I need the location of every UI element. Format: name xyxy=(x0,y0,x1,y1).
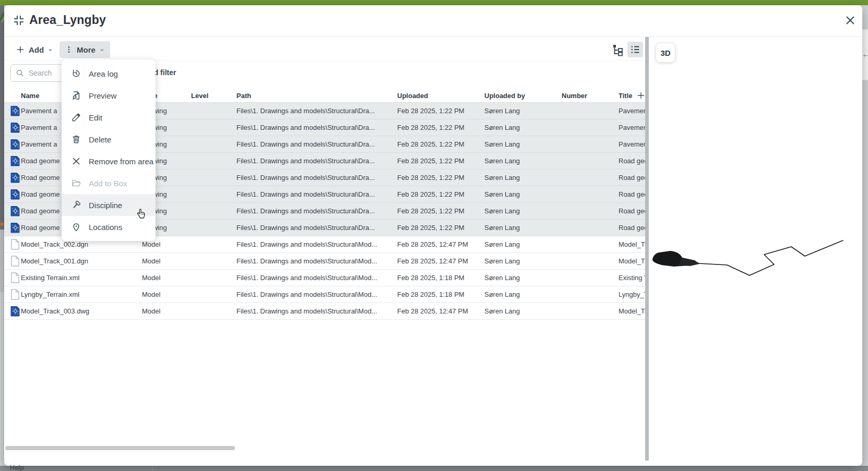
cell-uploaded: Feb 28 2025, 1:22 PM xyxy=(397,186,481,202)
footer-divider xyxy=(152,466,153,471)
menu-item-add-to-box: Add to Box xyxy=(62,172,156,194)
cell-uploaded: Feb 28 2025, 1:22 PM xyxy=(397,220,481,236)
cell-title: Road geome xyxy=(619,186,645,202)
cell-path: Files\1. Drawings and models\Structural\… xyxy=(236,153,394,169)
cell-title: Road geome xyxy=(619,170,645,186)
area-icon xyxy=(13,14,25,27)
list-view-icon[interactable] xyxy=(627,42,643,57)
table-row[interactable]: Model_Track_001.dgnModelFiles\1. Drawing… xyxy=(4,253,645,270)
background-marker xyxy=(1,223,4,226)
table-row[interactable]: Existing Terrain.xmlModelFiles\1. Drawin… xyxy=(4,270,645,286)
cell-name: Existing Terrain.xml xyxy=(21,270,140,286)
cell-type: Model xyxy=(142,270,189,286)
cell-number xyxy=(562,103,614,119)
header-divider xyxy=(4,37,862,37)
column-header-level[interactable]: Level xyxy=(191,89,233,102)
cell-uploaded-by: Søren Lang xyxy=(484,253,557,269)
panel-scrollbar[interactable] xyxy=(645,37,649,461)
cell-level xyxy=(191,286,233,303)
cell-number xyxy=(562,136,614,152)
cell-path: Files\1. Drawings and models\Structural\… xyxy=(236,170,394,186)
chevron-down-icon xyxy=(99,47,105,53)
cell-number xyxy=(562,153,614,169)
cell-title: Road geome xyxy=(619,153,645,169)
background-left-strip-light xyxy=(0,292,4,471)
cell-name: Model_Track_003.dwg xyxy=(21,303,140,319)
cell-uploaded: Feb 28 2025, 12:47 PM xyxy=(397,236,481,252)
dwg-file-icon xyxy=(10,220,21,236)
cell-title: Pavement a xyxy=(619,136,645,152)
table-row[interactable]: Lyngby_Terrain.xmlModelFiles\1. Drawings… xyxy=(4,286,645,303)
cell-uploaded: Feb 28 2025, 1:22 PM xyxy=(397,103,481,119)
cell-type: Model xyxy=(142,303,189,319)
3d-view-button[interactable]: 3D xyxy=(656,43,675,62)
cell-uploaded-by: Søren Lang xyxy=(484,286,557,303)
cell-number xyxy=(562,186,614,202)
menu-item-delete[interactable]: Delete xyxy=(62,128,156,150)
tree-view-icon[interactable] xyxy=(611,43,625,57)
3d-viewport[interactable] xyxy=(649,37,862,461)
menu-item-remove-from-area[interactable]: Remove from area xyxy=(62,150,156,172)
cell-path: Files\1. Drawings and models\Structural\… xyxy=(236,286,394,303)
cell-path: Files\1. Drawings and models\Structural\… xyxy=(236,236,394,252)
cell-title: Model_Track_003.dwg xyxy=(619,303,645,319)
kebab-icon xyxy=(65,45,73,54)
cell-path: Files\1. Drawings and models\Structural\… xyxy=(236,203,394,219)
cell-title: Road geome xyxy=(619,220,645,236)
close-icon[interactable] xyxy=(843,14,857,27)
menu-item-preview[interactable]: Preview xyxy=(62,84,156,106)
cell-uploaded-by: Søren Lang xyxy=(484,136,557,152)
cell-uploaded-by: Søren Lang xyxy=(484,170,557,186)
add-button[interactable]: Add xyxy=(10,41,58,58)
cell-uploaded: Feb 28 2025, 1:18 PM xyxy=(397,286,481,303)
browser-top-bar xyxy=(0,0,868,5)
cell-uploaded-by: Søren Lang xyxy=(484,220,557,236)
file-icon xyxy=(10,253,21,269)
cell-number xyxy=(562,253,614,269)
help-link[interactable]: Help xyxy=(10,464,24,471)
cell-uploaded: Feb 28 2025, 12:47 PM xyxy=(397,253,481,269)
box-icon xyxy=(71,178,81,188)
page-title: Area_Lyngby xyxy=(29,13,106,27)
background-left-strip xyxy=(0,5,4,230)
cell-name: Lyngby_Terrain.xml xyxy=(21,286,140,303)
dwg-file-icon xyxy=(10,136,21,152)
cell-path: Files\1. Drawings and models\Structural\… xyxy=(236,270,394,286)
dwg-file-icon xyxy=(10,153,21,169)
delete-icon xyxy=(71,134,81,144)
cell-title: Pavement a xyxy=(619,103,645,119)
cell-title: Road geome xyxy=(619,203,645,219)
remove-icon xyxy=(71,156,81,166)
table-row[interactable]: Model_Track_003.dwgModelFiles\1. Drawing… xyxy=(4,303,645,320)
location-icon xyxy=(71,222,81,232)
column-header-path[interactable]: Path xyxy=(236,89,394,102)
cell-level xyxy=(191,303,233,319)
menu-item-area-log[interactable]: Area log xyxy=(62,63,156,84)
cell-title: Model_Track_001.dgn xyxy=(619,253,645,269)
cell-name: Model_Track_001.dgn xyxy=(21,253,140,269)
add-column-icon[interactable] xyxy=(636,91,645,100)
cell-level xyxy=(191,170,233,186)
column-header-uploaded-by[interactable]: Uploaded by xyxy=(484,89,557,102)
cell-uploaded-by: Søren Lang xyxy=(484,153,557,169)
cell-title: Model_Track_002.dgn xyxy=(619,236,645,252)
column-header-number[interactable]: Number xyxy=(562,89,614,102)
file-icon xyxy=(10,270,21,286)
dwg-file-icon xyxy=(10,170,21,186)
background-left-strip-mid xyxy=(0,230,4,292)
menu-item-label: Discipline xyxy=(89,201,122,210)
chevron-down-icon xyxy=(47,47,53,53)
cell-number xyxy=(562,220,614,236)
cell-type: Model xyxy=(142,286,189,303)
cell-uploaded: Feb 28 2025, 1:22 PM xyxy=(397,203,481,219)
menu-item-edit[interactable]: Edit xyxy=(62,106,156,128)
cell-number xyxy=(562,170,614,186)
horizontal-scrollbar[interactable] xyxy=(5,446,235,450)
cell-number xyxy=(562,303,614,319)
cell-path: Files\1. Drawings and models\Structural\… xyxy=(236,119,394,136)
menu-item-label: Locations xyxy=(89,223,122,232)
file-icon xyxy=(10,236,21,252)
column-header-uploaded[interactable]: Uploaded xyxy=(397,89,481,102)
preview-icon xyxy=(71,90,81,101)
more-button[interactable]: More xyxy=(60,41,110,58)
